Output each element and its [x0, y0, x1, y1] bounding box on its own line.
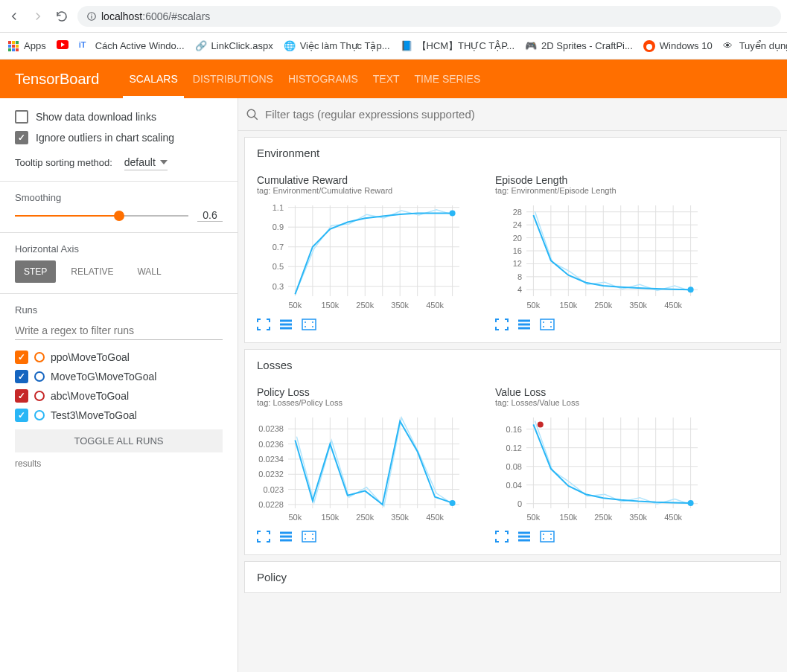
run-item[interactable]: abc\MoveToGoal	[15, 386, 223, 406]
svg-text:250k: 250k	[594, 301, 612, 310]
svg-text:250k: 250k	[356, 513, 374, 522]
svg-text:250k: 250k	[594, 513, 612, 522]
svg-rect-9	[8, 48, 11, 51]
svg-rect-7	[12, 45, 15, 48]
smoothing-value[interactable]: 0.6	[197, 209, 223, 222]
tab-text[interactable]: TEXT	[373, 60, 400, 98]
svg-text:0.0234: 0.0234	[258, 455, 284, 464]
toggle-all-runs-button[interactable]: TOGGLE ALL RUNS	[15, 429, 223, 452]
svg-point-151	[538, 421, 544, 427]
tab-histograms[interactable]: HISTOGRAMS	[288, 60, 358, 98]
svg-text:0: 0	[517, 499, 522, 508]
svg-text:0.12: 0.12	[506, 444, 522, 452]
bookmark-item[interactable]: 👁Tuyển dụng lập trìn...	[723, 40, 787, 52]
bookmarks-bar: Apps iTCách Active Windo... 🔗LinkClick.a…	[0, 33, 787, 60]
svg-text:50k: 50k	[289, 301, 302, 310]
bookmark-item[interactable]: 🌐Việc làm Thực Tập...	[284, 40, 390, 52]
svg-text:0.04: 0.04	[506, 481, 522, 490]
run-checkbox[interactable]	[15, 351, 28, 364]
svg-point-157	[550, 534, 552, 535]
grid-icon[interactable]	[540, 531, 555, 543]
chart-plot[interactable]: 0.02280.0230.02320.02340.02360.023850k15…	[257, 412, 480, 526]
grid-icon[interactable]	[302, 319, 316, 330]
show-download-checkbox[interactable]	[15, 110, 28, 124]
chart-tag: tag: Environment/Cumulative Reward	[257, 186, 480, 195]
run-checkbox[interactable]	[15, 370, 28, 383]
run-item[interactable]: Test3\MoveToGoal	[15, 406, 223, 425]
list-icon[interactable]	[279, 531, 294, 543]
haxis-wall[interactable]: WALL	[128, 260, 170, 283]
chart-tag: tag: Environment/Episode Length	[495, 186, 719, 195]
svg-rect-155	[541, 531, 554, 542]
run-item[interactable]: MoveToG\MoveToGoal	[15, 367, 223, 386]
expand-icon[interactable]	[257, 319, 272, 330]
svg-line-16	[254, 116, 258, 120]
bookmark-item[interactable]: 🔗LinkClick.aspx	[195, 40, 273, 52]
run-checkbox[interactable]	[15, 409, 28, 422]
svg-text:50k: 50k	[527, 513, 541, 522]
chart-tag: tag: Losses/Policy Loss	[257, 398, 480, 407]
svg-rect-4	[12, 41, 15, 44]
bookmark-item[interactable]	[57, 40, 68, 52]
section-title[interactable]: Environment	[245, 138, 780, 168]
svg-text:28: 28	[513, 208, 522, 217]
haxis-relative[interactable]: RELATIVE	[62, 260, 122, 283]
run-checkbox[interactable]	[15, 389, 28, 403]
tooltip-sort-dropdown[interactable]: default	[124, 155, 168, 170]
bookmark-item[interactable]: Windows 10	[643, 40, 713, 52]
chart-card: Value Loss tag: Losses/Value Loss 00.040…	[495, 386, 719, 543]
haxis-step[interactable]: STEP	[15, 260, 56, 283]
run-color-circle[interactable]	[34, 410, 45, 420]
reload-button[interactable]	[54, 8, 70, 25]
bookmark-item[interactable]: 🎮2D Sprites - CraftPi...	[525, 40, 633, 52]
run-item[interactable]: ppo\MoveToGoal	[15, 348, 223, 367]
run-color-circle[interactable]	[34, 371, 45, 382]
search-icon	[246, 108, 259, 121]
section-title[interactable]: Losses	[245, 350, 780, 380]
chart-plot[interactable]: 48121620242850k150k250k350k450k	[495, 199, 719, 314]
svg-text:150k: 150k	[559, 301, 577, 310]
svg-point-86	[550, 321, 552, 323]
info-icon	[86, 11, 97, 22]
expand-icon[interactable]	[257, 531, 272, 543]
smoothing-slider[interactable]	[15, 215, 188, 217]
tag-filter-placeholder: Filter tags (regular expressions support…	[265, 108, 475, 121]
run-color-circle[interactable]	[34, 391, 45, 401]
run-color-circle[interactable]	[34, 352, 45, 362]
tab-timeseries[interactable]: TIME SERIES	[415, 60, 481, 98]
expand-icon[interactable]	[495, 319, 510, 330]
grid-icon[interactable]	[302, 531, 316, 543]
svg-point-49	[305, 326, 306, 327]
svg-text:0.16: 0.16	[506, 425, 522, 434]
list-icon[interactable]	[517, 531, 532, 543]
tag-filter-bar[interactable]: Filter tags (regular expressions support…	[238, 98, 787, 131]
list-icon[interactable]	[279, 319, 294, 330]
chart-title: Policy Loss	[257, 386, 480, 398]
url-bar[interactable]: localhost:6006/#scalars	[77, 6, 781, 27]
runs-label: Runs	[15, 304, 223, 316]
list-icon[interactable]	[517, 319, 532, 330]
svg-text:0.3: 0.3	[273, 282, 284, 291]
section: Policy	[244, 561, 781, 593]
runs-filter-input[interactable]	[15, 321, 223, 340]
svg-text:0.08: 0.08	[506, 462, 522, 471]
bookmark-item[interactable]: Apps	[7, 40, 46, 52]
bookmark-item[interactable]: iTCách Active Windo...	[79, 40, 185, 52]
expand-icon[interactable]	[495, 531, 510, 543]
chart-title: Value Loss	[495, 386, 719, 398]
tab-distributions[interactable]: DISTRIBUTIONS	[193, 60, 273, 98]
svg-point-158	[543, 538, 544, 540]
sidebar: Show data download links Ignore outliers…	[0, 98, 238, 672]
section-title[interactable]: Policy	[245, 562, 780, 592]
ignore-outliers-checkbox[interactable]	[15, 131, 28, 144]
grid-icon[interactable]	[540, 319, 555, 330]
tab-scalars[interactable]: SCALARS	[129, 60, 177, 98]
bookmark-item[interactable]: 📘【HCM】THỰC TẬP...	[401, 39, 514, 53]
back-button[interactable]	[6, 8, 22, 25]
svg-text:0.5: 0.5	[273, 262, 284, 271]
chart-plot[interactable]: 0.30.50.70.91.150k150k250k350k450k	[257, 199, 480, 314]
chart-plot[interactable]: 00.040.080.120.1650k150k250k350k450k	[495, 412, 719, 526]
forward-button[interactable]	[30, 8, 46, 25]
svg-text:150k: 150k	[559, 513, 577, 522]
chart-card: Policy Loss tag: Losses/Policy Loss 0.02…	[257, 386, 480, 543]
